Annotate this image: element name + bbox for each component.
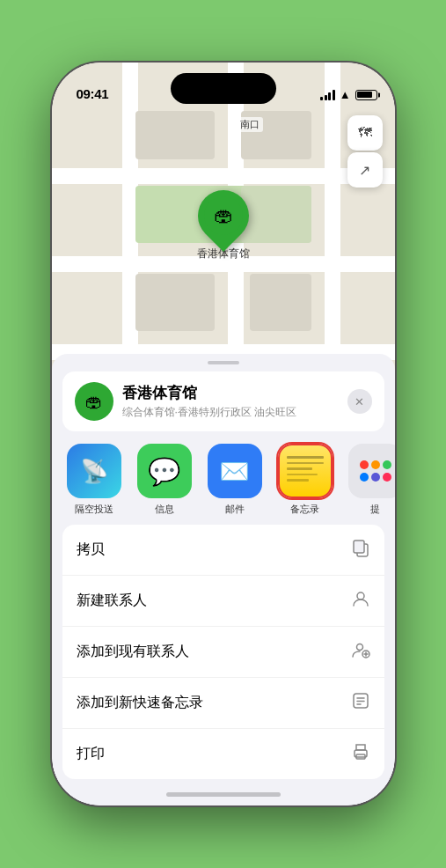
- venue-subtitle: 综合体育馆·香港特别行政区 油尖旺区: [122, 405, 339, 420]
- airdrop-icon-box: 📡: [67, 444, 121, 498]
- more-label: 提: [370, 503, 380, 516]
- print-label: 打印: [77, 745, 105, 763]
- close-button[interactable]: ✕: [347, 389, 372, 414]
- action-list: 拷贝 新建联系人: [62, 525, 384, 779]
- action-copy[interactable]: 拷贝: [62, 525, 384, 576]
- share-item-notes[interactable]: 备忘录: [274, 444, 337, 516]
- svg-rect-1: [354, 541, 364, 553]
- phone-frame: 南口 🗺 ↗ 🏟 香港体育馆 09:41: [52, 63, 395, 805]
- messages-label: 信息: [155, 503, 174, 516]
- notes-icon-box: [278, 444, 333, 498]
- svg-rect-12: [356, 745, 365, 750]
- add-existing-icon: [351, 640, 370, 664]
- notes-label: 备忘录: [290, 503, 319, 516]
- home-indicator: [166, 792, 281, 797]
- share-row: 📡 隔空投送 💬 信息 ✉️ 邮件: [52, 438, 395, 525]
- venue-info: 香港体育馆 综合体育馆·香港特别行政区 油尖旺区: [122, 383, 339, 420]
- share-item-messages[interactable]: 💬 信息: [133, 444, 196, 516]
- location-pin: 🏟 香港体育馆: [197, 190, 250, 261]
- share-item-more[interactable]: 提: [344, 444, 395, 516]
- status-icons: ▲: [320, 88, 377, 101]
- pin-icon: 🏟: [186, 180, 259, 252]
- sheet-handle: [208, 361, 239, 364]
- copy-icon: [351, 538, 370, 562]
- share-item-airdrop[interactable]: 📡 隔空投送: [62, 444, 126, 516]
- svg-point-3: [356, 644, 362, 651]
- action-add-notes[interactable]: 添加到新快速备忘录: [62, 678, 384, 729]
- phone-screen: 南口 🗺 ↗ 🏟 香港体育馆 09:41: [52, 63, 395, 805]
- dynamic-island: [171, 73, 276, 104]
- print-icon: [351, 742, 370, 766]
- bottom-sheet: 🏟 香港体育馆 综合体育馆·香港特别行政区 油尖旺区 ✕ 📡 隔空投送: [52, 354, 395, 805]
- action-new-contact[interactable]: 新建联系人: [62, 576, 384, 627]
- map-controls: 🗺 ↗: [347, 115, 383, 188]
- map-north-exit-label: 南口: [237, 117, 263, 132]
- copy-label: 拷贝: [77, 541, 105, 559]
- airdrop-label: 隔空投送: [75, 503, 113, 516]
- mail-icon-box: ✉️: [208, 444, 262, 498]
- add-notes-icon: [351, 691, 370, 715]
- share-item-mail[interactable]: ✉️ 邮件: [203, 444, 267, 516]
- action-print[interactable]: 打印: [62, 729, 384, 779]
- new-contact-icon: [351, 589, 370, 613]
- action-add-existing[interactable]: 添加到现有联系人: [62, 627, 384, 678]
- venue-name: 香港体育馆: [122, 383, 339, 403]
- wifi-icon: ▲: [340, 88, 351, 101]
- mail-label: 邮件: [225, 503, 245, 516]
- venue-icon: 🏟: [75, 382, 113, 421]
- messages-icon-box: 💬: [137, 444, 192, 498]
- add-notes-label: 添加到新快速备忘录: [77, 694, 203, 712]
- svg-point-2: [357, 592, 364, 600]
- battery-icon: [355, 90, 377, 100]
- location-card: 🏟 香港体育馆 综合体育馆·香港特别行政区 油尖旺区 ✕: [62, 371, 384, 431]
- more-icon-box: [348, 444, 395, 498]
- sheet-handle-area: [52, 354, 395, 364]
- map-view-button[interactable]: 🗺: [347, 115, 383, 151]
- add-existing-label: 添加到现有联系人: [77, 643, 189, 661]
- new-contact-label: 新建联系人: [77, 592, 147, 610]
- status-time: 09:41: [77, 86, 109, 101]
- location-button[interactable]: ↗: [347, 152, 383, 188]
- signal-icon: [320, 90, 335, 100]
